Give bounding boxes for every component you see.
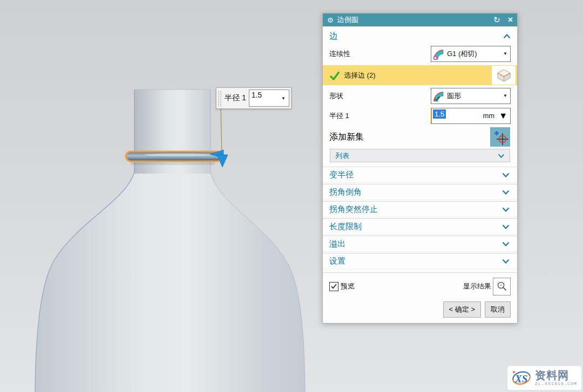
green-check-icon	[329, 71, 340, 80]
section-variable-radius[interactable]: 变半径	[323, 167, 517, 183]
list-expander[interactable]: 列表	[330, 149, 510, 162]
shape-dropdown[interactable]: R 圆形 ▼	[431, 88, 511, 104]
magnifier-icon	[497, 281, 507, 292]
chevron-down-icon[interactable]	[502, 224, 510, 229]
section-label: 长度限制	[329, 222, 362, 232]
chevron-down-icon[interactable]	[498, 154, 505, 158]
ok-button[interactable]: < 确定 >	[443, 301, 481, 318]
svg-text:R: R	[434, 98, 437, 101]
radius-tag-label: 半径 1	[225, 93, 246, 103]
add-new-set-row: 添加新集	[329, 127, 511, 147]
leader-line	[221, 109, 222, 155]
dialog-buttons: < 确定 > 取消	[329, 301, 511, 318]
gear-icon: ⚙	[327, 16, 334, 24]
chevron-down-icon[interactable]	[502, 173, 510, 177]
add-new-set-label: 添加新集	[329, 132, 364, 143]
bottle-body[interactable]	[35, 173, 305, 392]
radius-row: 半径 1 1.5 mm ▼	[329, 107, 511, 124]
continuity-label: 连续性	[329, 49, 350, 59]
drag-grip[interactable]	[218, 90, 222, 106]
dialog-body: 边 连续性 G1 (相切) ▼ 选择边 (2)	[323, 26, 517, 323]
chevron-up-icon[interactable]	[503, 34, 511, 39]
dropdown-arrow-icon[interactable]: ▼	[503, 51, 507, 56]
watermark-text: 资料网 ZL.XS1616.COM	[535, 370, 577, 386]
g1-tangent-icon	[433, 48, 445, 60]
section-label: 设置	[329, 256, 345, 266]
section-label: 拐角突然停止	[329, 204, 378, 215]
watermark-site-name: 资料网	[535, 370, 569, 381]
show-result-button[interactable]	[493, 278, 511, 295]
fillet-edge-highlight[interactable]	[126, 152, 222, 161]
chevron-down-icon[interactable]	[502, 242, 510, 246]
section-label: 变半径	[329, 170, 354, 180]
continuity-value: G1 (相切)	[447, 49, 501, 59]
section-settings[interactable]: 设置	[323, 253, 517, 269]
continuity-row: 连续性 G1 (相切) ▼	[329, 45, 511, 62]
chevron-down-icon[interactable]	[502, 259, 510, 264]
radius-tag-value[interactable]: 1.5	[252, 91, 262, 99]
reset-icon[interactable]: ↻	[493, 15, 500, 25]
cube-icon	[497, 68, 511, 82]
radius-tag-input[interactable]: 1.5 ▼	[249, 90, 289, 107]
section-stop-short-of-corner[interactable]: 拐角突然停止	[323, 201, 517, 217]
footer-divider	[323, 272, 517, 273]
radius-label: 半径 1	[329, 111, 349, 121]
section-edge-label: 边	[329, 31, 338, 42]
onscreen-radius-editor[interactable]: 半径 1 1.5 ▼	[216, 87, 292, 109]
section-overflow[interactable]: 溢出	[323, 236, 517, 252]
shape-row: 形状 R 圆形 ▼	[329, 87, 511, 104]
preview-label: 预览	[341, 281, 463, 291]
radius-value-selected[interactable]: 1.5	[433, 109, 446, 119]
dropdown-arrow-icon[interactable]: ▼	[499, 111, 507, 121]
section-label: 溢出	[329, 239, 345, 249]
radius-unit: mm	[446, 112, 494, 120]
checkmark-icon	[331, 284, 337, 289]
section-length-limit[interactable]: 长度限制	[323, 218, 517, 235]
dropdown-arrow-icon[interactable]: ▼	[281, 96, 286, 101]
add-set-icon	[492, 129, 509, 145]
show-result-label: 显示结果	[463, 281, 491, 291]
dialog-title: 边倒圆	[337, 15, 493, 25]
section-edge-header[interactable]: 边	[329, 29, 511, 44]
cancel-button[interactable]: 取消	[485, 301, 511, 318]
continuity-dropdown[interactable]: G1 (相切) ▼	[431, 46, 511, 62]
shape-value: 圆形	[447, 91, 501, 101]
chevron-down-icon[interactable]	[502, 207, 510, 212]
list-label: 列表	[335, 151, 349, 161]
close-icon[interactable]: ×	[508, 15, 513, 25]
chevron-down-icon[interactable]	[502, 190, 510, 195]
select-edge-row[interactable]: 选择边 (2)	[323, 65, 517, 85]
section-corner-setback[interactable]: 拐角倒角	[323, 184, 517, 200]
xs-logo-icon: XS	[510, 368, 533, 388]
edge-blend-dialog: ⚙ 边倒圆 ↻ × 边 连续性 G1 (相切) ▼	[322, 13, 518, 324]
circular-shape-icon: R	[433, 90, 445, 102]
dialog-titlebar[interactable]: ⚙ 边倒圆 ↻ ×	[323, 13, 517, 26]
preview-row: 预览 显示结果	[329, 278, 511, 295]
dropdown-arrow-icon[interactable]: ▼	[503, 93, 507, 98]
radius-input[interactable]: 1.5 mm ▼	[431, 108, 511, 124]
section-label: 拐角倒角	[329, 187, 362, 197]
solid-preview-button[interactable]	[492, 66, 516, 85]
xs-logo-text: XS	[514, 373, 527, 384]
add-new-set-button[interactable]	[490, 127, 510, 147]
band-highlight	[145, 153, 212, 156]
preview-checkbox[interactable]	[329, 282, 338, 291]
watermark-site-url: ZL.XS1616.COM	[535, 382, 577, 386]
shape-label: 形状	[329, 91, 343, 101]
select-edge-label: 选择边 (2)	[344, 71, 492, 80]
watermark-badge: XS 资料网 ZL.XS1616.COM	[507, 366, 581, 390]
